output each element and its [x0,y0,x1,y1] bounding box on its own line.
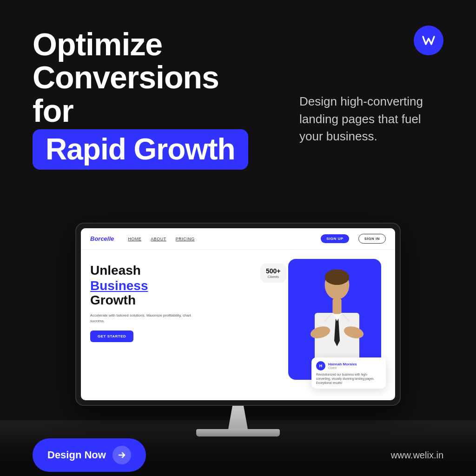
monitor-screen: Borcelle HOME ABOUT PRICING SIGN UP SIGN… [81,228,395,400]
testimonial-avatar: H [316,361,325,370]
monitor-screen-outer: Borcelle HOME ABOUT PRICING SIGN UP SIGN… [75,223,401,406]
clients-badge: 500+ Clients [260,264,286,283]
mockup-subtext: Accelerate with tailored solutions. Maxi… [90,313,192,324]
w-icon [421,33,436,48]
mockup-nav: Borcelle HOME ABOUT PRICING SIGN UP SIGN… [81,228,395,250]
testimonial-text: Revolutionized our business with high-co… [316,372,381,385]
rapid-growth-badge: Rapid Growth [33,129,248,169]
bottom-bar: Design Now www.welix.in [0,434,476,476]
svg-rect-7 [332,298,341,314]
mockup-headline-line3: Growth [90,293,251,308]
monitor-container: Borcelle HOME ABOUT PRICING SIGN UP SIGN… [75,223,401,436]
testimonial-info: Hannah Morales Client [328,362,357,370]
testimonial-header: H Hannah Morales Client [316,361,381,370]
monitor-wrapper: Borcelle HOME ABOUT PRICING SIGN UP SIGN… [75,223,401,436]
arrow-circle [112,446,131,464]
mockup-nav-home[interactable]: HOME [128,237,141,241]
testimonial-name: Hannah Morales [328,362,357,366]
rapid-growth-text: Rapid Growth [46,132,235,166]
mockup-signup-button[interactable]: SIGN UP [321,234,349,243]
top-section: Optimize Conversions for Rapid Growth De… [0,0,476,188]
description-text: Design high-converting landing pages tha… [299,93,443,145]
mockup-logo: Borcelle [90,235,114,242]
mockup-headline-line2: Business [90,279,251,293]
logo-badge [414,26,443,55]
headline-block: Optimize Conversions for Rapid Growth [33,28,256,170]
mockup-headline: Unleash Business Growth [90,264,251,308]
testimonial-role: Client [328,366,357,370]
clients-label: Clients [266,275,281,279]
mockup-headline-line1: Unleash [90,264,251,278]
mockup-nav-pricing[interactable]: PRICING [176,237,195,241]
monitor-stand-neck [224,406,252,429]
mockup-nav-about[interactable]: ABOUT [151,237,166,241]
design-now-button[interactable]: Design Now [33,438,146,472]
mockup-body: Unleash Business Growth Accelerate with … [81,250,395,400]
clients-count: 500+ [266,267,281,275]
mockup-cta-button[interactable]: GET STARTED [90,331,133,342]
headline-line1: Optimize Conversions for [33,28,256,127]
main-container: Optimize Conversions for Rapid Growth De… [0,0,476,476]
mockup-left: Unleash Business Growth Accelerate with … [90,259,251,393]
monitor-stand-base [196,429,280,436]
testimonial-card: H Hannah Morales Client Revolutionized o… [311,357,386,389]
website-url: www.welix.in [391,450,443,461]
design-now-label: Design Now [47,449,106,461]
svg-point-1 [325,269,350,285]
description-block: Design high-converting landing pages tha… [299,93,443,145]
website-mockup: Borcelle HOME ABOUT PRICING SIGN UP SIGN… [81,228,395,400]
mockup-signin-button[interactable]: SIGN IN [358,234,386,244]
mockup-right: 500+ Clients [260,259,386,393]
arrow-icon [117,450,126,460]
